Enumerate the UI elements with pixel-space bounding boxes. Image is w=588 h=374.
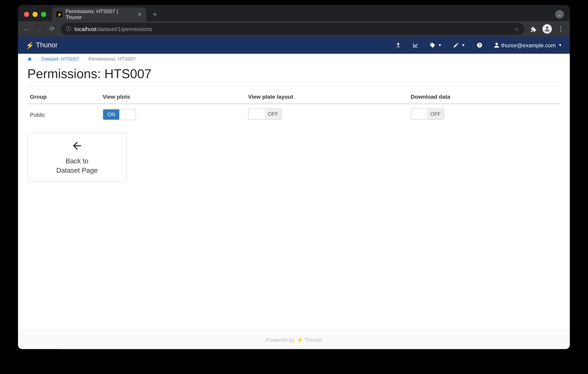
toggle-on-label: ON — [103, 109, 119, 120]
breadcrumb-current: Permissions: HTS007 — [88, 56, 136, 61]
site-info-icon[interactable]: ⓘ — [66, 25, 71, 32]
tab-title: Permissions: HTS007 | Thunor — [66, 8, 132, 20]
arrow-left-icon — [32, 140, 122, 154]
bolt-icon: ⚡ — [56, 11, 62, 17]
back-to-dataset-button[interactable]: Back to Dataset Page — [27, 133, 127, 182]
help-button[interactable] — [476, 42, 483, 48]
tabs-overflow-icon[interactable]: ⌄ — [555, 10, 564, 19]
footer-text: Powered by — [265, 337, 296, 343]
edit-dropdown[interactable]: ▼ — [453, 42, 465, 48]
tab-close-icon[interactable]: ✕ — [137, 11, 142, 18]
user-email: thunor@example.com — [501, 42, 556, 48]
user-menu[interactable]: thunor@example.com ▼ — [494, 42, 562, 48]
url-host: localhost — [74, 26, 96, 32]
toggle-view-plate-layout[interactable]: OFF — [248, 109, 281, 120]
brand-name: Thunor — [36, 41, 58, 49]
brand[interactable]: ⚡ Thunor — [26, 41, 58, 49]
window-minimize-icon[interactable] — [32, 12, 38, 17]
bolt-icon: ⚡ — [26, 41, 34, 49]
toggle-off-label: OFF — [427, 109, 444, 119]
divider — [27, 85, 560, 86]
browser-tab[interactable]: ⚡ Permissions: HTS007 | Thunor ✕ — [52, 8, 146, 21]
col-group: Group — [27, 90, 100, 104]
page-body: ⚡ Thunor ▼ ▼ — [18, 37, 570, 349]
window-close-icon[interactable] — [24, 12, 29, 17]
page-title: Permissions: HTS007 — [27, 67, 560, 81]
tags-dropdown[interactable]: ▼ — [429, 42, 442, 48]
group-cell: Public — [27, 104, 100, 125]
toggle-off-label: OFF — [265, 109, 281, 119]
url-path: /dataset/1/permissions — [96, 26, 152, 32]
bookmark-icon[interactable]: ☆ — [514, 26, 519, 32]
back-icon[interactable]: ← — [22, 25, 31, 32]
breadcrumb-sep: › — [36, 57, 38, 61]
col-view-plots: View plots — [100, 90, 246, 104]
table-row: Public ON OFF — [27, 104, 560, 125]
toggle-handle — [411, 109, 427, 119]
forward-icon: → — [35, 25, 44, 32]
toggle-handle — [249, 109, 265, 119]
app-navbar: ⚡ Thunor ▼ ▼ — [18, 37, 570, 54]
address-bar[interactable]: ⓘ localhost/dataset/1/permissions ☆ — [61, 23, 524, 35]
breadcrumb-dataset[interactable]: Dataset: HTS007 — [41, 56, 79, 61]
new-tab-button[interactable]: + — [149, 8, 161, 20]
caret-down-icon: ▼ — [462, 43, 465, 47]
browser-toolbar: ← → ⟳ ⓘ localhost/dataset/1/permissions … — [18, 21, 570, 37]
breadcrumb-home[interactable] — [27, 56, 33, 61]
col-download-data: Download data — [408, 90, 560, 104]
back-button-label: Back to Dataset Page — [32, 157, 122, 175]
reload-icon[interactable]: ⟳ — [48, 25, 56, 33]
caret-down-icon: ▼ — [558, 43, 562, 47]
permissions-table: Group View plots View plate layout Downl… — [27, 90, 560, 125]
breadcrumb: › Dataset: HTS007 › Permissions: HTS007 — [18, 54, 570, 64]
tab-bar: ⚡ Permissions: HTS007 | Thunor ✕ + ⌄ — [18, 5, 570, 21]
breadcrumb-sep: › — [83, 57, 84, 61]
toggle-view-plots[interactable]: ON — [103, 109, 136, 120]
toggle-handle — [119, 109, 136, 120]
footer-brand: Thunor — [305, 337, 322, 343]
caret-down-icon: ▼ — [438, 43, 442, 47]
extensions-icon[interactable] — [529, 25, 538, 32]
col-view-plate-layout: View plate layout — [246, 90, 408, 104]
window-controls — [21, 12, 50, 21]
browser-window: ⚡ Permissions: HTS007 | Thunor ✕ + ⌄ ← →… — [18, 5, 570, 349]
navbar-right: ▼ ▼ thunor@example.com ▼ — [395, 42, 562, 48]
bolt-icon: ⚡ — [296, 337, 303, 343]
main-content: Permissions: HTS007 Group View plots Vie… — [18, 64, 570, 330]
window-zoom-icon[interactable] — [41, 12, 46, 17]
profile-avatar-icon[interactable] — [542, 24, 552, 33]
toggle-download-data[interactable]: OFF — [411, 109, 444, 120]
upload-button[interactable] — [395, 42, 401, 48]
plots-button[interactable] — [412, 42, 418, 48]
browser-menu-icon[interactable]: ⋮ — [556, 25, 566, 33]
footer: Powered by ⚡ Thunor — [18, 330, 570, 349]
